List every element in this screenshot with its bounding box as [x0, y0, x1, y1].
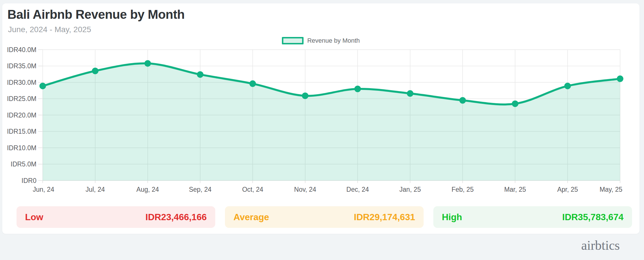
data-point-marker[interactable]: [354, 86, 361, 92]
y-tick-label: IDR35.0M: [7, 62, 36, 70]
revenue-area-chart[interactable]: IDR0IDR5.0MIDR10.0MIDR15.0MIDR20.0MIDR25…: [2, 46, 639, 200]
y-tick-label: IDR10.0M: [7, 144, 36, 152]
data-point-marker[interactable]: [564, 83, 571, 89]
y-tick-label: IDR30.0M: [7, 79, 36, 86]
y-tick-label: IDR20.0M: [7, 112, 36, 119]
x-tick-label: Nov, 24: [294, 186, 316, 193]
x-tick-label: Sep, 24: [189, 186, 211, 193]
revenue-area-fill: [43, 63, 620, 181]
date-range-subtitle: June, 2024 - May, 2025: [8, 25, 91, 34]
x-tick-label: Dec, 24: [346, 186, 369, 193]
stat-card-high: High IDR35,783,674: [433, 206, 632, 228]
legend-label: Revenue by Month: [307, 37, 360, 44]
x-tick-label: Jun, 24: [33, 186, 54, 193]
y-tick-label: IDR40.0M: [7, 46, 36, 53]
legend-item-revenue-by-month[interactable]: Revenue by Month: [282, 37, 360, 44]
x-tick-label: Mar, 25: [504, 186, 526, 193]
y-tick-label: IDR0: [22, 177, 36, 184]
x-tick-label: Apr, 25: [557, 186, 578, 193]
stat-label: Low: [25, 212, 43, 222]
data-point-marker[interactable]: [40, 83, 46, 89]
legend-swatch-icon: [282, 37, 303, 44]
stat-value: IDR23,466,166: [145, 212, 207, 222]
x-tick-label: Aug, 24: [136, 186, 159, 193]
x-tick-label: Feb, 25: [452, 186, 474, 193]
x-tick-label: Oct, 24: [242, 186, 263, 193]
data-point-marker[interactable]: [459, 97, 466, 104]
stat-value: IDR35,783,674: [562, 212, 624, 222]
y-tick-label: IDR25.0M: [7, 95, 36, 102]
data-point-marker[interactable]: [512, 100, 518, 107]
data-point-marker[interactable]: [92, 68, 99, 74]
page-title: Bali Airbnb Revenue by Month: [7, 7, 184, 22]
stat-card-average: Average IDR29,174,631: [225, 206, 424, 228]
data-point-marker[interactable]: [197, 71, 204, 78]
summary-stats-row: Low IDR23,466,166 Average IDR29,174,631 …: [2, 206, 639, 228]
stat-card-low: Low IDR23,466,166: [17, 206, 215, 228]
data-point-marker[interactable]: [617, 75, 624, 82]
stat-label: Average: [233, 212, 269, 222]
x-tick-label: Jan, 25: [399, 186, 421, 193]
x-tick-label: May, 25: [600, 186, 622, 193]
data-point-marker[interactable]: [302, 92, 308, 99]
data-point-marker[interactable]: [407, 90, 413, 97]
y-tick-label: IDR15.0M: [7, 128, 36, 135]
chart-card: Bali Airbnb Revenue by Month June, 2024 …: [2, 3, 639, 234]
x-tick-label: Jul, 24: [85, 186, 105, 193]
y-tick-label: IDR5.0M: [11, 160, 36, 168]
stat-value: IDR29,174,631: [354, 212, 415, 222]
stat-label: High: [442, 212, 462, 222]
brand-logo: airbtics: [581, 238, 620, 253]
data-point-marker[interactable]: [249, 81, 256, 87]
data-point-marker[interactable]: [144, 60, 151, 67]
